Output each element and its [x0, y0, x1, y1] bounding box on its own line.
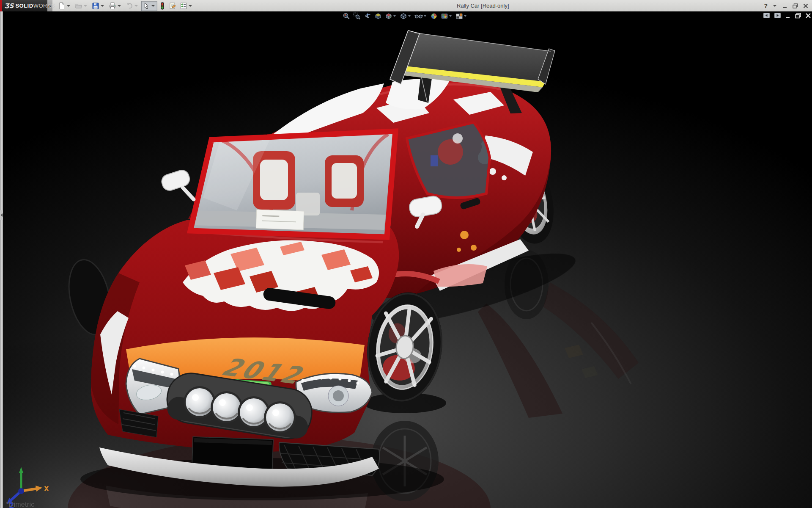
window-title: Rally Car [Read-only] — [457, 0, 509, 11]
pane-right-toggle-button[interactable] — [774, 12, 781, 19]
help-button[interactable]: ? — [764, 3, 768, 9]
print-dropdown-arrow[interactable] — [118, 5, 121, 7]
open-dropdown-arrow[interactable] — [84, 5, 87, 7]
dassault-3s-mark: ƷS — [4, 2, 14, 10]
file-properties-icon — [169, 2, 176, 10]
pane-left-toggle-button[interactable] — [763, 12, 770, 19]
view-settings-icon — [455, 12, 463, 20]
new-document-button[interactable] — [57, 1, 73, 11]
print-icon — [109, 2, 116, 10]
select-dropdown-arrow[interactable] — [151, 5, 155, 7]
view-settings-dropdown[interactable] — [464, 15, 466, 17]
solidworks-logo: ƷS SOLID WORKS — [0, 0, 47, 11]
zoom-to-fit-icon — [343, 12, 350, 20]
titlebar-controls: ? — [764, 0, 809, 11]
app-restore-button[interactable] — [792, 3, 798, 9]
pane-left-icon — [763, 12, 770, 19]
title-bar: ƷS SOLID WORKS ▶ — [0, 0, 812, 11]
view-settings-button[interactable] — [455, 12, 468, 20]
brand-name-bold: SOLID — [15, 3, 33, 9]
hide-show-items-icon — [414, 12, 423, 20]
undo-button[interactable] — [124, 1, 140, 11]
undo-dropdown-arrow[interactable] — [134, 5, 138, 7]
view-orientation-label: *Dimetric — [6, 501, 35, 508]
3d-viewport[interactable]: 2012 — [0, 11, 812, 508]
doc-minimize-icon — [785, 13, 791, 19]
view-orientation-icon — [385, 12, 392, 20]
doc-restore-button[interactable] — [795, 13, 801, 19]
zoom-to-fit-button[interactable] — [342, 12, 351, 20]
graphics-area[interactable]: 2012 — [0, 11, 812, 508]
help-dropdown-arrow[interactable] — [773, 5, 776, 7]
options-dropdown-arrow[interactable] — [189, 5, 192, 7]
undo-icon — [126, 2, 133, 10]
view-orientation-button[interactable] — [384, 12, 398, 20]
doc-close-button[interactable] — [805, 13, 811, 19]
section-view-button[interactable] — [373, 12, 383, 20]
section-view-icon — [374, 12, 382, 20]
apply-scene-icon — [441, 12, 448, 20]
brand-name-light: WORKS — [33, 3, 55, 9]
edit-appearance-button[interactable] — [429, 12, 439, 20]
apply-scene-button[interactable] — [440, 12, 453, 20]
pane-right-icon — [774, 12, 781, 19]
options-button[interactable] — [178, 1, 195, 11]
display-style-dropdown[interactable] — [408, 15, 411, 17]
save-dropdown-arrow[interactable] — [101, 5, 104, 7]
apply-scene-dropdown[interactable] — [449, 15, 452, 17]
open-icon — [75, 2, 82, 10]
select-cursor-icon — [143, 2, 150, 10]
headsup-view-toolbar — [342, 12, 468, 20]
brand-red-stripe — [0, 0, 2, 11]
previous-view-icon — [364, 12, 371, 20]
document-window-controls — [763, 12, 811, 19]
save-icon — [92, 2, 99, 10]
new-document-icon — [58, 2, 66, 10]
options-icon — [180, 2, 187, 10]
print-button[interactable] — [107, 1, 123, 11]
doc-close-icon — [805, 13, 811, 19]
edit-appearance-icon — [430, 12, 438, 20]
open-button[interactable] — [74, 1, 90, 11]
zoom-to-area-icon — [353, 12, 361, 20]
doc-minimize-button[interactable] — [785, 13, 791, 19]
hide-show-items-dropdown[interactable] — [424, 15, 426, 17]
windshield — [190, 131, 395, 237]
hide-show-items-button[interactable] — [414, 12, 428, 20]
save-button[interactable] — [91, 1, 107, 11]
app-minimize-button[interactable] — [782, 3, 788, 9]
splitter-collapse-arrow[interactable] — [0, 210, 3, 220]
view-orientation-dropdown[interactable] — [393, 15, 396, 17]
new-dropdown-arrow[interactable] — [67, 5, 70, 7]
display-style-icon — [400, 12, 407, 20]
file-properties-button[interactable] — [167, 1, 178, 11]
previous-view-button[interactable] — [363, 12, 372, 20]
zoom-to-area-button[interactable] — [352, 12, 362, 20]
select-button[interactable] — [141, 1, 157, 11]
traffic-light-icon — [159, 2, 165, 10]
triad-x-label: X — [44, 485, 49, 493]
app-close-button[interactable] — [803, 3, 809, 9]
main-toolbar — [57, 1, 195, 11]
rebuild-button[interactable] — [158, 1, 167, 11]
feature-manager-splitter[interactable] — [0, 11, 3, 508]
display-style-button[interactable] — [399, 12, 412, 20]
doc-restore-icon — [795, 13, 801, 19]
